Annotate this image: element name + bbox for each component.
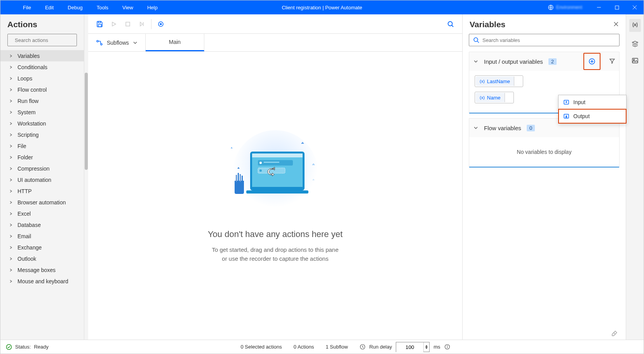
chevron-right-icon (9, 267, 13, 273)
variables-search[interactable] (469, 34, 620, 46)
subflows-dropdown[interactable]: Subflows (88, 34, 146, 51)
chevron-right-icon (9, 199, 13, 206)
action-category-http[interactable]: HTTP (0, 185, 84, 197)
clock-icon (360, 344, 366, 350)
actions-category-list[interactable]: VariablesConditionalsLoopsFlow controlRu… (0, 50, 84, 340)
menu-debug[interactable]: Debug (61, 0, 89, 14)
io-variables-title: Input / output variables (484, 58, 543, 65)
actions-panel: Actions VariablesConditionalsLoopsFlow c… (0, 14, 84, 340)
environment-indicator[interactable]: Environment (548, 4, 582, 10)
action-category-database[interactable]: Database (0, 219, 84, 230)
stop-button[interactable] (121, 17, 135, 31)
designer-toolbar (88, 14, 462, 34)
action-category-ui-automation[interactable]: UI automation (0, 174, 84, 185)
record-button[interactable] (154, 17, 168, 31)
action-category-loops[interactable]: Loops (0, 73, 84, 84)
chevron-right-icon (9, 154, 13, 160)
status-selected-count: 0 Selected actions (241, 344, 282, 350)
right-icon-rail (626, 14, 644, 340)
filter-button[interactable] (609, 58, 615, 65)
action-category-mouse-and-keyboard[interactable]: Mouse and keyboard (0, 276, 84, 287)
play-icon (111, 21, 117, 27)
action-category-compression[interactable]: Compression (0, 163, 84, 174)
action-category-scripting[interactable]: Scripting (0, 129, 84, 140)
canvas-empty-title: You don't have any actions here yet (208, 229, 343, 239)
variable-chip-name[interactable]: (x)Name (475, 92, 514, 103)
action-category-conditionals[interactable]: Conditionals (0, 61, 84, 73)
menu-tools[interactable]: Tools (90, 0, 115, 14)
variable-chip-lastname[interactable]: (x)LastName (475, 75, 523, 87)
chevron-down-icon (133, 40, 138, 45)
actions-scrollbar[interactable] (84, 14, 88, 340)
run-delay-input[interactable] (396, 342, 423, 352)
rail-layers-button[interactable] (632, 40, 639, 49)
globe-icon (548, 4, 554, 10)
popup-item-input[interactable]: Input (559, 95, 626, 109)
actions-search[interactable] (7, 34, 77, 46)
svg-point-38 (474, 38, 478, 42)
subflows-label: Subflows (107, 40, 129, 46)
action-category-exchange[interactable]: Exchange (0, 242, 84, 253)
svg-rect-9 (126, 22, 130, 26)
menu-view[interactable]: View (115, 0, 140, 14)
chevron-right-icon (9, 211, 13, 217)
rail-variables-button[interactable] (629, 19, 641, 32)
step-button[interactable] (135, 17, 149, 31)
clear-button[interactable] (611, 330, 618, 338)
subflow-icon (96, 39, 103, 46)
step-icon (139, 21, 144, 27)
input-icon (563, 99, 569, 105)
run-button[interactable] (107, 17, 121, 31)
chevron-right-icon (9, 244, 13, 251)
minimize-button[interactable] (590, 0, 608, 14)
action-category-workstation[interactable]: Workstation (0, 118, 84, 129)
action-category-outlook[interactable]: Outlook (0, 253, 84, 264)
actions-search-input[interactable] (15, 37, 80, 43)
run-delay-label: Run delay (369, 344, 392, 350)
search-icon (473, 37, 479, 43)
action-category-flow-control[interactable]: Flow control (0, 84, 84, 95)
flow-variables-section: Flow variables 0 No variables to display (469, 118, 620, 167)
action-category-message-boxes[interactable]: Message boxes (0, 264, 84, 276)
popup-item-output[interactable]: Output (559, 109, 626, 123)
action-category-browser-automation[interactable]: Browser automation (0, 197, 84, 208)
designer-search-button[interactable] (444, 17, 458, 31)
io-variables-header[interactable]: Input / output variables 2 (469, 52, 619, 71)
action-category-folder[interactable]: Folder (0, 152, 84, 163)
add-variable-button[interactable] (583, 53, 600, 70)
status-value: Ready (34, 344, 49, 350)
variable-x-icon (632, 21, 639, 28)
menu-file[interactable]: File (16, 0, 38, 14)
layers-icon (632, 40, 639, 47)
status-label: Status: (15, 344, 31, 350)
action-category-variables[interactable]: Variables (0, 50, 84, 61)
designer-canvas[interactable]: You don't have any actions here yet To g… (88, 52, 462, 340)
image-icon (632, 57, 639, 64)
flow-variables-empty: No variables to display (469, 137, 619, 167)
chevron-right-icon (9, 166, 13, 172)
variables-close-button[interactable] (613, 21, 619, 28)
save-button[interactable] (93, 17, 107, 31)
tab-main[interactable]: Main (146, 34, 204, 51)
close-button[interactable] (626, 0, 644, 14)
eraser-icon (611, 330, 618, 337)
action-category-file[interactable]: File (0, 140, 84, 152)
run-delay-unit: ms (433, 344, 440, 350)
chevron-right-icon (9, 53, 13, 59)
action-category-run-flow[interactable]: Run flow (0, 95, 84, 106)
svg-point-16 (101, 44, 102, 45)
svg-point-52 (447, 345, 447, 346)
menu-help[interactable]: Help (140, 0, 165, 14)
info-icon[interactable] (444, 344, 450, 350)
action-category-system[interactable]: System (0, 106, 84, 118)
chevron-right-icon (9, 256, 13, 262)
action-category-email[interactable]: Email (0, 230, 84, 242)
maximize-button[interactable] (608, 0, 626, 14)
chevron-down-icon[interactable] (425, 347, 428, 349)
rail-images-button[interactable] (632, 57, 639, 65)
menu-edit[interactable]: Edit (38, 0, 61, 14)
variables-search-input[interactable] (482, 37, 615, 43)
action-category-excel[interactable]: Excel (0, 208, 84, 219)
chevron-right-icon (9, 120, 13, 127)
svg-rect-29 (240, 174, 241, 182)
